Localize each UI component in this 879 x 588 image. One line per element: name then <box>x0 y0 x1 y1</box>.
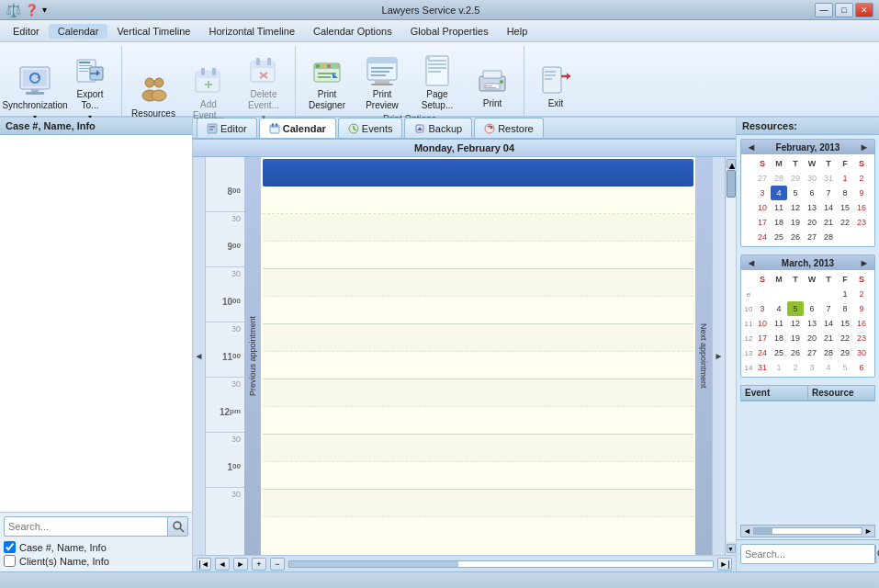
nav-prev[interactable]: ◄ <box>215 558 230 571</box>
exit-label: Exit <box>548 98 564 109</box>
mar-prev-btn[interactable]: ◄ <box>745 257 758 268</box>
add-event-label: Add Event... <box>186 99 231 121</box>
clients-checkbox[interactable] <box>4 555 16 567</box>
print-preview-button[interactable]: Print Preview <box>356 50 408 114</box>
sync-button[interactable]: Synchronization ▾ <box>9 61 61 124</box>
app-title: Lawyers Service v.2.5 <box>47 5 815 16</box>
editor-tab-icon <box>207 123 218 134</box>
calendar-view: Monday, February 04 ◄ 8 00 30 9 00 30 10… <box>193 140 736 571</box>
scroll-up[interactable]: ▲ <box>727 159 736 168</box>
maximize-button[interactable]: □ <box>835 3 853 17</box>
svg-rect-4 <box>31 89 39 92</box>
nav-add[interactable]: + <box>252 558 266 571</box>
case-search-input[interactable] <box>5 519 167 534</box>
menu-item-help[interactable]: Help <box>498 24 537 39</box>
feb-mini-calendar: ◄ February, 2013 ► S M T W T F S <box>740 139 875 247</box>
scroll-thumb-h[interactable] <box>754 528 772 534</box>
sync-icon <box>18 65 51 98</box>
tab-editor-label: Editor <box>220 123 247 134</box>
next-appointment-button[interactable]: Next appointment <box>695 157 712 555</box>
scroll-left-btn[interactable]: ◄ <box>743 526 751 536</box>
mar-next-btn[interactable]: ► <box>858 257 871 268</box>
svg-point-15 <box>154 78 163 87</box>
checkbox-case-info: Case #, Name, Info <box>4 540 188 554</box>
print-designer-icon <box>310 54 344 87</box>
right-scroll-bar[interactable]: ◄ ► <box>740 525 875 537</box>
minimize-button[interactable]: — <box>815 3 833 17</box>
svg-point-33 <box>321 64 325 68</box>
main-content: Case #, Name, Info Case #, Name, Info Cl… <box>0 118 879 571</box>
cal-right-nav[interactable]: ► <box>712 157 725 555</box>
print-designer-button[interactable]: Print Designer <box>301 50 353 114</box>
timeline-progress <box>289 561 458 567</box>
nav-minus[interactable]: − <box>270 558 285 571</box>
cal-left-nav[interactable]: ◄ <box>193 157 206 555</box>
svg-marker-59 <box>567 73 570 80</box>
prev-appointment-button[interactable]: Previous appointment <box>244 157 261 555</box>
case-search-button[interactable] <box>167 517 187 536</box>
tab-events[interactable]: Events <box>338 118 403 138</box>
er-resource-col: Resource <box>808 386 874 400</box>
scroll-down[interactable]: ▼ <box>727 544 736 553</box>
event-bar[interactable] <box>263 159 693 187</box>
svg-rect-1 <box>23 70 47 86</box>
event-resource-table: Event Resource <box>740 385 875 401</box>
scroll-right-btn[interactable]: ► <box>864 526 873 536</box>
delete-event-button[interactable]: Delete Event... ▾ <box>238 50 289 124</box>
menu-item-calendar-options[interactable]: Calendar Options <box>304 24 401 39</box>
cal-scrollbar[interactable]: ▲ ▼ <box>725 157 736 555</box>
tab-events-label: Events <box>362 123 393 134</box>
next-appointment-label: Next appointment <box>699 323 708 389</box>
mar-cal-grid: S M T W T F S e 1 2 <box>741 270 874 377</box>
svg-rect-36 <box>318 76 331 78</box>
case-info-checkbox[interactable] <box>4 541 16 553</box>
resource-search-input[interactable] <box>741 547 875 561</box>
resource-search-box <box>740 544 875 564</box>
nav-next[interactable]: ► <box>233 558 248 571</box>
menu-item-calendar[interactable]: Calendar <box>49 24 108 39</box>
print-button[interactable]: Print <box>467 59 518 114</box>
window-controls: — □ ✕ <box>815 3 873 17</box>
mar-days-header: S M T W T F S <box>743 272 873 287</box>
resources-button[interactable]: Resources <box>128 69 179 124</box>
menu-item-horizontal-timeline[interactable]: Horizontal Timeline <box>199 24 304 39</box>
print-buttons: Print Designer Print Preview <box>301 46 518 114</box>
feb-days-header: S M T W T F S <box>743 156 873 171</box>
delete-event-label: Delete Event... <box>241 89 287 111</box>
mar-week-10: 10 3 4 5 6 7 8 9 <box>743 301 873 316</box>
slot-1-00 <box>263 462 693 490</box>
feb-week-2: 3 4 5 6 7 8 9 <box>743 186 873 200</box>
exit-button[interactable]: Exit <box>530 59 581 114</box>
svg-rect-62 <box>545 78 552 80</box>
tab-restore[interactable]: Restore <box>474 118 544 138</box>
svg-point-54 <box>500 80 503 84</box>
delete-event-icon <box>247 54 280 87</box>
scroll-thumb[interactable] <box>727 170 736 198</box>
feb-prev-btn[interactable]: ◄ <box>745 141 758 153</box>
add-event-button[interactable]: Add Event... <box>183 60 234 124</box>
slot-11-00 <box>263 352 693 379</box>
nav-end[interactable]: ►| <box>717 558 732 571</box>
feb-next-btn[interactable]: ► <box>858 141 871 153</box>
close-button[interactable]: ✕ <box>855 3 873 17</box>
menu-item-vertical-timeline[interactable]: Vertical Timeline <box>107 24 199 39</box>
scroll-track-h <box>753 527 862 535</box>
menu-item-global-properties[interactable]: Global Properties <box>401 24 498 39</box>
nav-first[interactable]: |◄ <box>197 558 211 571</box>
menu-item-editor[interactable]: Editor <box>4 24 49 39</box>
left-panel: Case #, Name, Info Case #, Name, Info Cl… <box>0 118 193 571</box>
right-panel-footer <box>737 539 879 571</box>
time-10: 10 00 <box>206 295 244 322</box>
calendar-tab-icon <box>269 123 280 134</box>
print-designer-label: Print Designer <box>304 89 350 111</box>
svg-rect-41 <box>371 71 389 73</box>
svg-rect-43 <box>375 80 389 84</box>
resource-search-button[interactable] <box>875 545 879 563</box>
time-12: 12 pm <box>206 405 244 433</box>
page-setup-button[interactable]: Page Setup... <box>411 50 463 114</box>
export-button[interactable]: Export To... ▾ <box>64 50 116 124</box>
time-8: 8 00 <box>206 185 244 212</box>
feb-week-1: 27 28 29 30 31 1 2 <box>743 171 873 186</box>
tab-backup[interactable]: Backup <box>404 118 472 138</box>
mar-week-14: 14 31 1 2 3 4 5 6 <box>743 360 873 375</box>
